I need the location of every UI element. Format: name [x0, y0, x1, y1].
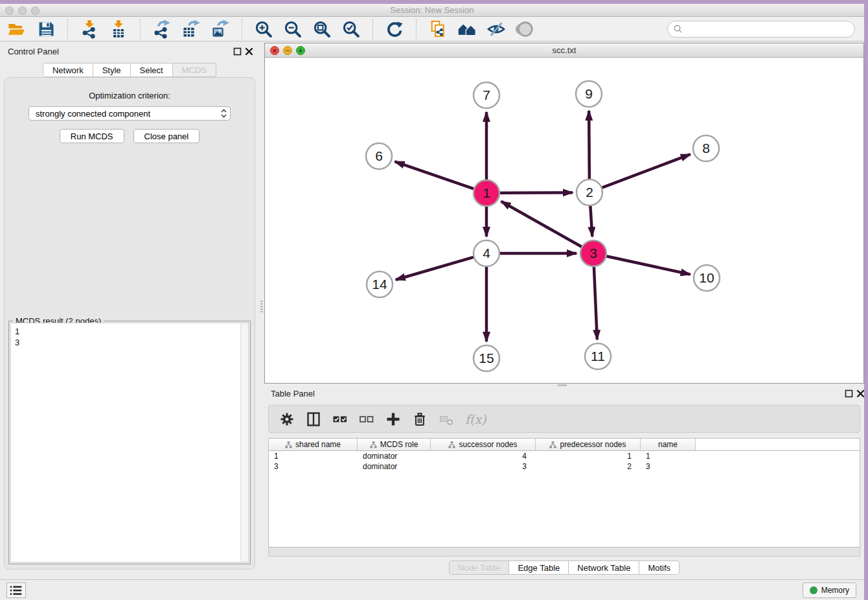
column-header-successor-nodes[interactable]: successor nodes [431, 439, 536, 450]
table-tabs: Node TableEdge TableNetwork TableMotifs [264, 560, 864, 575]
tab-network-table[interactable]: Network Table [569, 560, 639, 575]
column-header-name[interactable]: name [641, 439, 696, 450]
hide-panel-button[interactable] [486, 19, 507, 40]
zoom-selected-icon [341, 19, 361, 39]
list-icon [8, 584, 24, 596]
task-history-button[interactable] [6, 583, 26, 598]
table-row[interactable]: 3dominator323 [269, 461, 860, 472]
cell-shared_name[interactable]: 1 [269, 451, 358, 461]
vertical-splitter[interactable] [259, 41, 264, 579]
cell-successor_nodes[interactable]: 3 [431, 461, 536, 472]
dropdown-value: strongly connected component [36, 109, 220, 119]
node-label-11: 11 [591, 349, 605, 363]
network-graph-canvas[interactable]: 7968124314101511 [265, 58, 863, 383]
network-window-title: scc.txt [265, 45, 863, 55]
float-panel-icon[interactable] [233, 47, 242, 56]
unselect-all-button[interactable] [359, 411, 374, 427]
mcds-result-text[interactable]: 1 3 [15, 326, 238, 559]
edge-1-6[interactable] [395, 161, 474, 189]
tab-style[interactable]: Style [93, 63, 131, 77]
cell-successor_nodes[interactable]: 4 [431, 451, 536, 461]
duplicate-network-button[interactable] [428, 19, 448, 40]
edge-3-1[interactable] [501, 202, 582, 247]
edge-1-2[interactable] [499, 192, 573, 193]
tab-network[interactable]: Network [43, 63, 93, 77]
edge-3-10[interactable] [606, 256, 691, 274]
attribute-type-icon [370, 441, 377, 448]
select-all-button[interactable] [332, 411, 348, 427]
edge-4-14[interactable] [396, 257, 474, 280]
tab-motifs[interactable]: Motifs [639, 560, 680, 575]
cell-predecessor_nodes[interactable]: 2 [536, 461, 641, 472]
export-network-icon [152, 19, 172, 39]
export-table-button[interactable] [181, 19, 201, 40]
show-column-button[interactable] [306, 411, 321, 427]
attribute-type-icon [549, 441, 556, 448]
home-button[interactable] [457, 19, 477, 40]
zoom-out-button[interactable] [282, 19, 303, 40]
cell-mcds_role[interactable]: dominator [358, 451, 431, 461]
search-icon [673, 24, 683, 34]
optimization-criterion-label: Optimization criterion: [5, 91, 255, 100]
memory-button[interactable]: Memory [803, 583, 856, 598]
tab-edge-table[interactable]: Edge Table [509, 560, 569, 575]
result-scrollbar[interactable] [240, 323, 248, 562]
window-title: Session: New Session [0, 5, 864, 15]
node-label-8: 8 [702, 141, 710, 156]
cell-name[interactable]: 1 [641, 451, 696, 461]
edge-2-9[interactable] [589, 111, 589, 179]
table-row[interactable]: 1dominator411 [269, 451, 860, 461]
splitter-handle[interactable] [558, 384, 567, 386]
delete-table-button[interactable] [439, 411, 454, 427]
cell-name[interactable]: 3 [641, 461, 696, 472]
import-network-button[interactable] [79, 19, 100, 40]
table-scroll-strip[interactable] [268, 548, 860, 557]
edge-2-3[interactable] [590, 205, 592, 237]
node-label-10: 10 [699, 270, 714, 285]
table-settings-button[interactable] [279, 411, 295, 427]
desktop-background: Session: New Session Control Panel [0, 0, 868, 600]
float-panel-icon[interactable] [845, 389, 853, 398]
open-session-button[interactable] [6, 19, 27, 40]
node-label-7: 7 [483, 87, 490, 102]
edge-3-11[interactable] [594, 266, 597, 340]
search-input[interactable] [683, 23, 854, 36]
control-panel-tabs: NetworkStyleSelectMCDS [0, 63, 259, 77]
optimization-dropdown[interactable]: strongly connected component [29, 106, 231, 121]
save-session-button[interactable] [36, 19, 56, 40]
tab-select[interactable]: Select [131, 63, 173, 77]
add-row-button[interactable] [385, 411, 401, 427]
zoom-fit-button[interactable] [312, 19, 332, 40]
zoom-selected-button[interactable] [341, 19, 361, 40]
column-header-mcds-role[interactable]: MCDS role [358, 439, 431, 450]
memory-label: Memory [821, 586, 849, 595]
delete-row-button[interactable] [412, 411, 428, 427]
close-panel-icon[interactable] [245, 47, 253, 56]
function-builder-button[interactable]: f(x) [465, 412, 486, 426]
column-header-shared-name[interactable]: shared name [269, 439, 358, 450]
zoom-in-button[interactable] [253, 19, 274, 40]
preview-button[interactable] [515, 19, 536, 40]
export-network-button[interactable] [152, 19, 172, 40]
node-table: shared nameMCDS rolesuccessor nodesprede… [268, 438, 860, 548]
close-panel-icon[interactable] [856, 389, 865, 398]
export-image-button[interactable] [210, 19, 231, 40]
column-header-predecessor-nodes[interactable]: predecessor nodes [536, 439, 641, 450]
tab-node-table[interactable]: Node Table [449, 560, 510, 575]
cell-shared_name[interactable]: 3 [269, 461, 358, 472]
app-window: Session: New Session Control Panel [0, 4, 864, 600]
cell-mcds_role[interactable]: dominator [358, 461, 431, 472]
node-label-2: 2 [586, 185, 593, 200]
run-mcds-button[interactable]: Run MCDS [60, 129, 124, 143]
apply-layout-button[interactable] [384, 19, 405, 40]
import-network-icon [80, 19, 99, 39]
edge-2-8[interactable] [602, 154, 691, 188]
cell-predecessor_nodes[interactable]: 1 [536, 451, 641, 461]
splitter-handle[interactable] [260, 301, 263, 312]
close-panel-button[interactable]: Close panel [133, 129, 200, 143]
table-header-row: shared nameMCDS rolesuccessor nodesprede… [269, 439, 860, 451]
memory-status-dot [810, 586, 817, 594]
duplicate-network-icon [428, 19, 448, 39]
tab-mcds[interactable]: MCDS [173, 63, 216, 77]
import-table-button[interactable] [108, 19, 129, 40]
